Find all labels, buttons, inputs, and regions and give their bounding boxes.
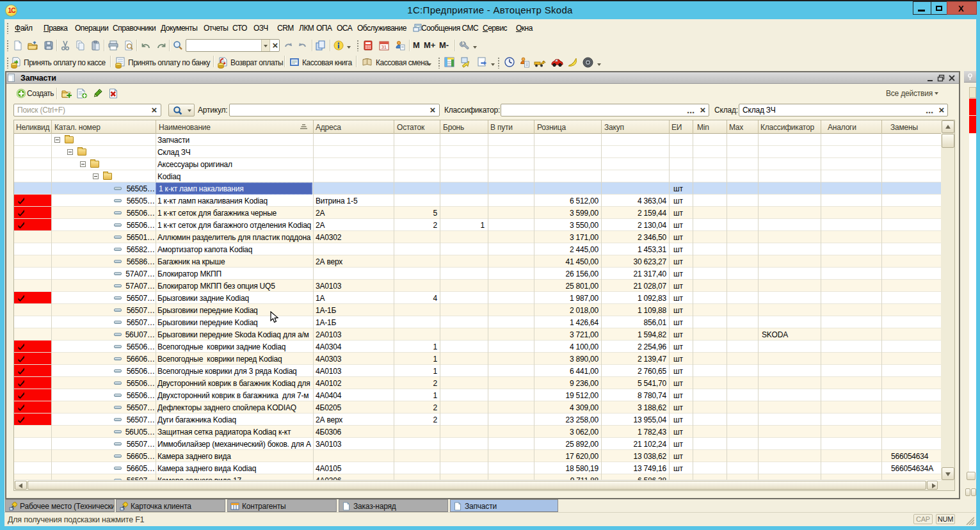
svg-text:31: 31 bbox=[382, 44, 387, 50]
